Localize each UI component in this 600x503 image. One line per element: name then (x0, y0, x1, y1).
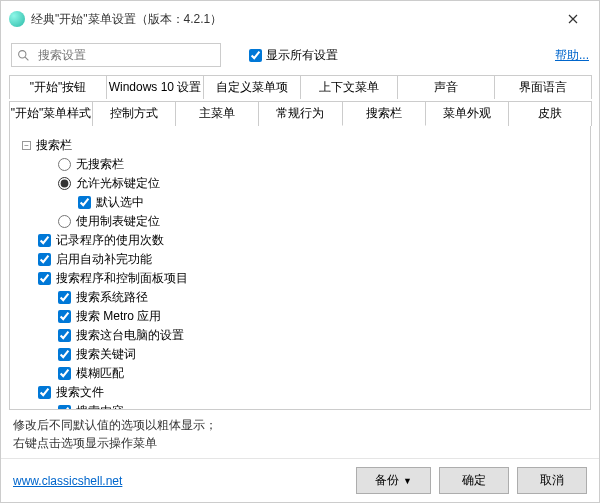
tree-label: 搜索系统路径 (76, 289, 148, 306)
show-all-label: 显示所有设置 (266, 47, 338, 64)
tree-label: 搜索这台电脑的设置 (76, 327, 184, 344)
help-link[interactable]: 帮助... (555, 47, 589, 64)
titlebar: 经典"开始"菜单设置（版本：4.2.1） (1, 1, 599, 37)
search-input[interactable] (34, 46, 220, 64)
tree-label: 记录程序的使用次数 (56, 232, 164, 249)
tab-style[interactable]: "开始"菜单样式 (9, 101, 93, 126)
tab-search[interactable]: 搜索栏 (342, 101, 426, 126)
tab-start-button[interactable]: "开始"按钮 (9, 75, 107, 99)
close-button[interactable] (555, 7, 591, 31)
tree-label: 搜索程序和控制面板项目 (56, 270, 188, 287)
tab-skin[interactable]: 皮肤 (508, 101, 592, 126)
tab-custom-menu[interactable]: 自定义菜单项 (203, 75, 301, 99)
search-field-wrap (11, 43, 221, 67)
collapse-icon[interactable]: − (22, 141, 31, 150)
tab-lang[interactable]: 界面语言 (494, 75, 592, 99)
radio-no-search[interactable] (58, 158, 71, 171)
tree-label: 搜索文件 (56, 384, 104, 401)
tabs: "开始"按钮 Windows 10 设置 自定义菜单项 上下文菜单 声音 界面语… (1, 73, 599, 126)
tree-check-pc-settings[interactable]: 搜索这台电脑的设置 (22, 326, 578, 345)
tree-check-fuzzy[interactable]: 模糊匹配 (22, 364, 578, 383)
checkbox-search-pc-settings[interactable] (58, 329, 71, 342)
tree-label: 启用自动补完功能 (56, 251, 152, 268)
tree-check-default-sel[interactable]: 默认选中 (22, 193, 578, 212)
tree-check-search-files[interactable]: 搜索文件 (22, 383, 578, 402)
tree-radio-no-search[interactable]: 无搜索栏 (22, 155, 578, 174)
tree-root-search[interactable]: − 搜索栏 (22, 136, 578, 155)
tree-label: 允许光标键定位 (76, 175, 160, 192)
tab-win10[interactable]: Windows 10 设置 (106, 75, 204, 99)
tree-radio-cursor[interactable]: 允许光标键定位 (22, 174, 578, 193)
checkbox-autocomplete[interactable] (38, 253, 51, 266)
backup-label: 备份 (375, 473, 399, 487)
cancel-button[interactable]: 取消 (517, 467, 587, 494)
ok-button[interactable]: 确定 (439, 467, 509, 494)
settings-window: 经典"开始"菜单设置（版本：4.2.1） 显示所有设置 帮助... "开始"按钮… (0, 0, 600, 503)
tab-context-menu[interactable]: 上下文菜单 (300, 75, 398, 99)
checkbox-search-keywords[interactable] (58, 348, 71, 361)
footer-note: 修改后不同默认值的选项以粗体显示； 右键点击选项显示操作菜单 (1, 410, 599, 458)
tree-check-metro[interactable]: 搜索 Metro 应用 (22, 307, 578, 326)
tree-radio-tab[interactable]: 使用制表键定位 (22, 212, 578, 231)
tree-check-search-path[interactable]: 搜索系统路径 (22, 288, 578, 307)
tree-label: 搜索内容 (76, 403, 124, 410)
tab-behavior[interactable]: 常规行为 (258, 101, 342, 126)
tree-check-autocomplete[interactable]: 启用自动补完功能 (22, 250, 578, 269)
close-icon (568, 14, 578, 24)
tree-check-track-usage[interactable]: 记录程序的使用次数 (22, 231, 578, 250)
tree-check-search-programs[interactable]: 搜索程序和控制面板项目 (22, 269, 578, 288)
chevron-down-icon: ▼ (403, 476, 412, 486)
checkbox-search-programs[interactable] (38, 272, 51, 285)
app-icon (9, 11, 25, 27)
button-row: www.classicshell.net 备份▼ 确定 取消 (1, 458, 599, 502)
radio-tab[interactable] (58, 215, 71, 228)
checkbox-search-metro[interactable] (58, 310, 71, 323)
settings-tree: − 搜索栏 无搜索栏 允许光标键定位 默认选中 使用制表键定位 记录程序的使用次… (9, 126, 591, 410)
tree-label: 搜索栏 (36, 137, 72, 154)
footer-note-line1: 修改后不同默认值的选项以粗体显示； (13, 416, 587, 434)
tree-label: 搜索关键词 (76, 346, 136, 363)
backup-button[interactable]: 备份▼ (356, 467, 431, 494)
tab-sound[interactable]: 声音 (397, 75, 495, 99)
tab-appearance[interactable]: 菜单外观 (425, 101, 509, 126)
checkbox-search-files[interactable] (38, 386, 51, 399)
tree-check-search-content[interactable]: 搜索内容 (22, 402, 578, 410)
svg-line-1 (25, 57, 28, 60)
footer-note-line2: 右键点击选项显示操作菜单 (13, 434, 587, 452)
tree-check-keywords[interactable]: 搜索关键词 (22, 345, 578, 364)
radio-cursor[interactable] (58, 177, 71, 190)
tree-label: 使用制表键定位 (76, 213, 160, 230)
checkbox-track-usage[interactable] (38, 234, 51, 247)
website-link[interactable]: www.classicshell.net (13, 474, 122, 488)
checkbox-fuzzy[interactable] (58, 367, 71, 380)
checkbox-search-path[interactable] (58, 291, 71, 304)
tab-main-menu[interactable]: 主菜单 (175, 101, 259, 126)
checkbox-default-selected[interactable] (78, 196, 91, 209)
svg-point-0 (18, 50, 25, 57)
window-title: 经典"开始"菜单设置（版本：4.2.1） (31, 11, 555, 28)
tab-control[interactable]: 控制方式 (92, 101, 176, 126)
tree-label: 无搜索栏 (76, 156, 124, 173)
tabs-row-1: "开始"按钮 Windows 10 设置 自定义菜单项 上下文菜单 声音 界面语… (1, 75, 599, 99)
checkbox-search-content[interactable] (58, 405, 71, 410)
tabs-row-2: "开始"菜单样式 控制方式 主菜单 常规行为 搜索栏 菜单外观 皮肤 (1, 101, 599, 126)
tree-label: 搜索 Metro 应用 (76, 308, 161, 325)
tree-label: 模糊匹配 (76, 365, 124, 382)
show-all-checkbox[interactable] (249, 49, 262, 62)
search-icon (12, 49, 34, 62)
toolbar: 显示所有设置 帮助... (1, 37, 599, 73)
show-all-checkbox-wrap[interactable]: 显示所有设置 (249, 47, 338, 64)
tree-label: 默认选中 (96, 194, 144, 211)
